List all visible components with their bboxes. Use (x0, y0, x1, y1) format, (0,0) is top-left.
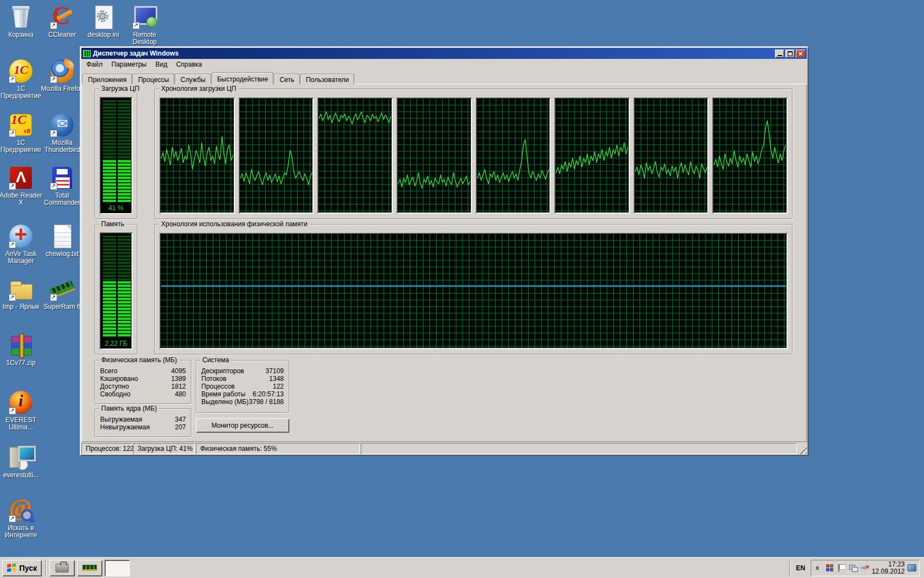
desktop-icon-onec-v8[interactable]: v81С Предприятие (0, 112, 44, 154)
shortcut-arrow-icon (133, 22, 140, 29)
taskbar-button-toolbox[interactable] (50, 560, 75, 576)
stat-value: 480 (175, 390, 186, 398)
close-button[interactable] (796, 50, 805, 58)
memory-history-group: Хронология использования физической памя… (155, 224, 793, 355)
stat-value: 3798 / 8188 (249, 398, 284, 406)
tab-inactive[interactable]: Процессы (133, 74, 174, 84)
resource-monitor-button[interactable]: Монитор ресурсов... (196, 418, 289, 433)
cpu-history-chart-2 (239, 97, 314, 214)
volume-muted-icon[interactable] (860, 564, 869, 572)
stat-row: Невыгружаемая207 (97, 423, 189, 431)
cpu-led-column (103, 100, 116, 202)
status-segment: Загрузка ЦП: 41% (133, 443, 195, 454)
desktop-icon-adobe-reader[interactable]: Adobe Reader X (0, 165, 44, 206)
status-segment: Физическая память: 55% (196, 443, 360, 454)
tab-inactive[interactable]: Пользователи (300, 74, 354, 84)
tab-inactive[interactable]: Службы (175, 74, 211, 84)
stat-value: 37109 (266, 367, 284, 375)
desktop-icon-onec[interactable]: 1С Предприятие (0, 58, 44, 100)
desktop-icon-firefox[interactable]: Mozilla Firefox (39, 58, 85, 92)
tray-icons (814, 564, 869, 572)
show-desktop-icon[interactable] (908, 564, 916, 571)
tab-inactive[interactable]: Приложения (82, 74, 132, 84)
physical-memory-group-label: Физическая память (МБ) (99, 356, 179, 364)
tab-inactive[interactable]: Сеть (274, 74, 300, 84)
desktop-icon-ccleaner[interactable]: CCleaner (39, 4, 85, 39)
desktop-icon-setup-pc[interactable]: everestulti... (0, 445, 44, 479)
desktop-icon-ini-file[interactable]: desktop.ini (80, 4, 127, 39)
memory-led-fill (118, 281, 131, 337)
cpu-usage-gauge: 41 % (100, 97, 133, 214)
cpu-usage-group-label: Загрузка ЦП (99, 85, 141, 92)
onec-v8-icon: v8 (8, 112, 34, 138)
cpu-history-group: Хронология загрузки ЦП (155, 89, 793, 219)
desktop-icon-folder[interactable]: tmp - Ярлык (0, 276, 44, 310)
desktop-icon-label: AnVir Task Manager (0, 250, 44, 265)
desktop-icon-text-file[interactable]: chewlog.txt (39, 223, 85, 258)
shortcut-arrow-icon (9, 294, 16, 301)
stat-label: Время работы (201, 390, 245, 398)
taskbar-clock[interactable]: 17:23 12.09.2012 (872, 561, 905, 575)
cpu-history-chart-5 (476, 97, 551, 214)
desktop-icon-everest[interactable]: EVEREST Ultima... (0, 390, 44, 431)
cpu-led-fill (118, 160, 131, 202)
task-buttons (50, 560, 130, 576)
desktop-icon-label: Adobe Reader X (0, 192, 44, 206)
thunderbird-icon (50, 112, 75, 138)
menu-item[interactable]: Справка (172, 59, 206, 69)
stat-row: Выделено (МБ)3798 / 8188 (198, 398, 287, 406)
stat-value: 1389 (171, 375, 186, 383)
start-button[interactable]: Пуск (2, 560, 42, 576)
desktop-icon-recycle-bin[interactable]: Корзина (0, 4, 44, 39)
shortcut-arrow-icon (9, 183, 16, 190)
folder-icon (8, 276, 34, 302)
desktop-icon-web-search[interactable]: Искать в Интернете (0, 498, 44, 539)
menu-item[interactable]: Файл (82, 59, 107, 69)
toolbox-icon (56, 564, 69, 572)
tab-active[interactable]: Быстродействие (212, 72, 274, 85)
menu-item[interactable]: Параметры (107, 59, 151, 69)
ram-icon (50, 276, 75, 302)
network-icon[interactable] (849, 564, 857, 572)
shortcut-arrow-icon (9, 76, 16, 83)
app-cube-icon[interactable] (826, 564, 834, 572)
minimize-button[interactable] (775, 50, 784, 58)
desktop-icon-ram[interactable]: SuperRam 6 (39, 276, 85, 310)
maximize-button[interactable] (785, 50, 795, 58)
desktop-icon-label: Remote Desktop (122, 31, 168, 46)
stat-row: Время работы6:20:57:13 (198, 390, 287, 398)
taskbar-button-task-manager[interactable] (105, 560, 130, 576)
desktop-icon-thunderbird[interactable]: Mozilla Thunderbird (39, 112, 85, 154)
ccleaner-icon (50, 4, 75, 30)
desktop-icon-label: 1Cv77.zip (0, 359, 44, 367)
stat-row: Кэшировано1389 (97, 375, 189, 383)
memory-led-column (103, 236, 116, 337)
desktop-icon-label: desktop.ini (80, 31, 127, 39)
tray-icons-area: 17:23 12.09.2012 (811, 560, 920, 576)
resize-grip-icon[interactable] (798, 443, 807, 454)
physical-memory-group: Физическая память (МБ) Всего4095Кэширова… (95, 360, 191, 404)
expand-chevron-icon[interactable] (814, 564, 823, 572)
remote-desktop-icon (132, 4, 157, 30)
everest-icon (8, 390, 34, 415)
desktop-icon-anvir[interactable]: AnVir Task Manager (0, 223, 44, 265)
text-file-icon (50, 223, 75, 249)
shortcut-arrow-icon (50, 294, 57, 301)
taskbar-button-ram[interactable] (77, 560, 102, 576)
maximize-icon (788, 51, 793, 56)
desktop-icon-label: everestulti... (0, 472, 44, 479)
flag-icon[interactable] (837, 564, 846, 572)
desktop-icon-rar-archive[interactable]: 1Cv77.zip (0, 332, 44, 367)
stat-value: 122 (273, 383, 284, 390)
windows-flag-icon (7, 563, 16, 572)
language-indicator[interactable]: EN (794, 564, 807, 572)
desktop-icon-remote-desktop[interactable]: Remote Desktop (122, 4, 168, 46)
menu-item[interactable]: Вид (151, 59, 172, 69)
desktop-icon-total-commander[interactable]: Total Commander (39, 165, 85, 206)
taskbar: Пуск EN 17:23 12.09.2012 (0, 557, 924, 578)
system-tray: EN 17:23 12.09.2012 (787, 560, 922, 576)
window-titlebar[interactable]: Диспетчер задач Windows (81, 48, 807, 59)
desktop-icon-label: Total Commander (39, 192, 85, 206)
cpu-led-fill (103, 160, 116, 202)
desktop-icon-label: tmp - Ярлык (0, 303, 44, 310)
